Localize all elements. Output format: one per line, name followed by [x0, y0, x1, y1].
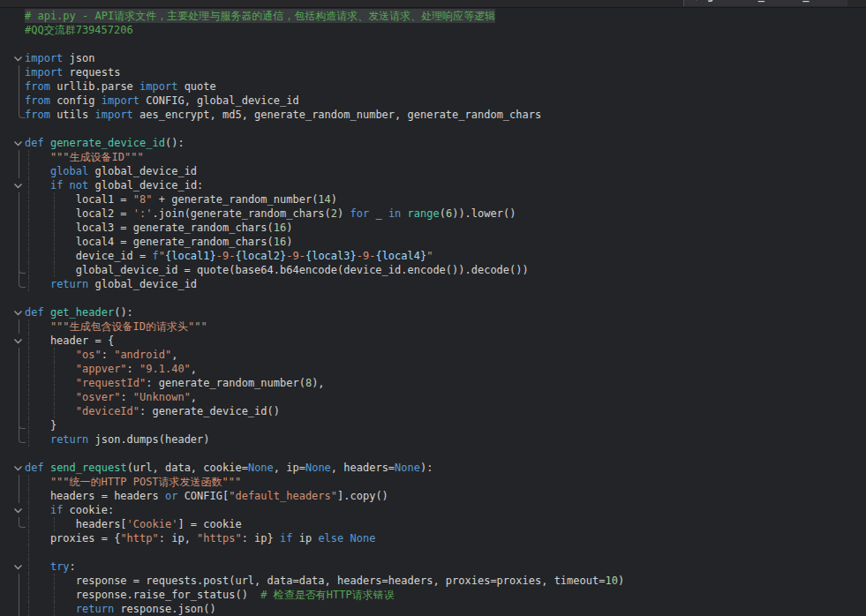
indent-guide [54, 602, 55, 616]
code-text: local4 = generate_random_chars(16) [25, 235, 292, 249]
fold-guide [19, 602, 19, 616]
code-text: return global_device_id [25, 277, 197, 291]
code-line-content: response = requests.post(url, data=data,… [25, 574, 624, 588]
code-text: if not global_device_id: [25, 178, 203, 192]
code-text: "deviceId": generate_device_id() [25, 404, 280, 418]
code-line-content: response.raise_for_status() # 检查是否有HTTP请… [25, 588, 395, 602]
gutter-cell [0, 588, 25, 602]
gutter-cell [0, 94, 25, 108]
gutter-cell [0, 23, 25, 37]
code-line-content: def get_header(): [25, 305, 133, 319]
code-text: import requests [25, 65, 120, 79]
fold-chevron[interactable] [0, 51, 25, 65]
fold-chevron[interactable] [0, 503, 25, 517]
code-line-content: """生成包含设备ID的请求头""" [25, 319, 207, 334]
code-line-content: # api.py - API请求文件，主要处理与服务器的通信，包括构造请求、发送… [25, 9, 495, 23]
code-line: def generate_device_id(): [0, 136, 866, 150]
gutter-cell [0, 122, 25, 136]
code-line [0, 291, 866, 305]
indent-guide [28, 362, 29, 376]
code-line [0, 447, 866, 461]
fold-chevron[interactable] [0, 560, 25, 574]
gutter-cell [0, 574, 25, 588]
code-line: device_id = f"{local1}-9-{local2}-9-{loc… [0, 249, 866, 263]
code-line-content: headers = headers or CONFIG["default_hea… [25, 489, 388, 503]
code-line-content: "deviceId": generate_device_id() [25, 404, 280, 418]
code-area[interactable]: # api.py - API请求文件，主要处理与服务器的通信，包括构造请求、发送… [0, 8, 866, 616]
code-line: "appver": "9.1.40", [0, 362, 866, 376]
gutter-cell [0, 164, 25, 178]
fold-guide [19, 574, 19, 588]
code-line-content: local1 = "8" + generate_random_number(14… [25, 192, 337, 207]
code-line-content: return global_device_id [25, 277, 197, 291]
indent-guide [28, 390, 29, 404]
code-line-content: if not global_device_id: [25, 178, 203, 192]
fold-guide [19, 150, 19, 164]
indent-guide [28, 376, 29, 390]
code-text: "appver": "9.1.40", [25, 362, 197, 376]
code-line-content: from utils import aes_encrypt, md5, gene… [25, 108, 541, 122]
gutter-cell [0, 489, 25, 503]
code-line-content: """统一的HTTP POST请求发送函数""" [25, 475, 241, 489]
code-line [0, 545, 866, 560]
fold-chevron[interactable] [0, 305, 25, 319]
fold-guide [19, 94, 19, 108]
gutter-cell [0, 263, 25, 277]
code-text: } [25, 418, 56, 432]
code-line-content: global_device_id = quote(base64.b64encod… [25, 263, 529, 277]
fold-guide [19, 319, 19, 334]
code-text: global global_device_id [25, 164, 197, 178]
code-line-content: from config import CONFIG, global_device… [25, 94, 299, 108]
fold-guide [19, 489, 19, 503]
code-text: proxies = {"http": ip, "https": ip} if i… [25, 531, 375, 545]
indent-guide [28, 489, 29, 503]
code-line: def send_request(url, data, cookie=None,… [0, 461, 866, 475]
indent-guide [28, 319, 29, 334]
code-line: } [0, 418, 866, 432]
code-editor: generate_device_id # api.py - API请求文件，主要… [0, 0, 866, 616]
code-line-content: return response.json() [25, 602, 216, 616]
code-line: try: [0, 560, 866, 574]
gutter-cell [0, 376, 25, 390]
fold-guide [19, 79, 19, 94]
indent-guide [28, 503, 29, 517]
gutter-cell [0, 475, 25, 489]
code-line: local3 = generate_random_chars(16) [0, 221, 866, 235]
fold-guide [19, 65, 19, 79]
symbol-navigation-popup[interactable]: generate_device_id [683, 0, 847, 6]
fold-chevron[interactable] [0, 136, 25, 150]
code-line-content: "requestId": generate_random_number(8), [25, 376, 325, 390]
gutter-cell [0, 531, 25, 545]
code-line: headers['Cookie'] = cookie [0, 517, 866, 531]
fold-guide [19, 221, 19, 235]
indent-guide [28, 475, 29, 489]
code-line: global_device_id = quote(base64.b64encod… [0, 263, 866, 277]
code-text: device_id = f"{local1}-9-{local2}-9-{loc… [25, 249, 433, 263]
code-line-content: if cookie: [25, 503, 114, 517]
fold-chevron[interactable] [0, 461, 25, 475]
code-line: "requestId": generate_random_number(8), [0, 376, 866, 390]
code-line: from utils import aes_encrypt, md5, gene… [0, 108, 866, 122]
code-text: def generate_device_id(): [25, 136, 184, 150]
fold-guide [19, 249, 19, 263]
code-line: global global_device_id [0, 164, 866, 178]
code-line: """统一的HTTP POST请求发送函数""" [0, 475, 866, 489]
fold-guide [19, 390, 19, 404]
indent-guide [54, 517, 55, 531]
indent-guide [54, 588, 55, 602]
fold-guide [19, 376, 19, 390]
indent-guide [28, 164, 29, 178]
code-text: def get_header(): [25, 305, 133, 319]
fold-chevron[interactable] [0, 178, 25, 192]
code-text: #QQ交流群739457206 [25, 23, 133, 37]
code-line-content: import json [25, 51, 94, 65]
fold-chevron[interactable] [0, 334, 25, 348]
indent-guide [54, 263, 55, 277]
indent-guide [28, 517, 29, 531]
code-line: # api.py - API请求文件，主要处理与服务器的通信，包括构造请求、发送… [0, 9, 866, 23]
gutter-cell [0, 79, 25, 94]
code-line-content: from urllib.parse import quote [25, 79, 216, 94]
code-line: proxies = {"http": ip, "https": ip} if i… [0, 531, 866, 545]
code-text: "os": "android", [25, 348, 177, 362]
gutter-cell [0, 37, 25, 51]
